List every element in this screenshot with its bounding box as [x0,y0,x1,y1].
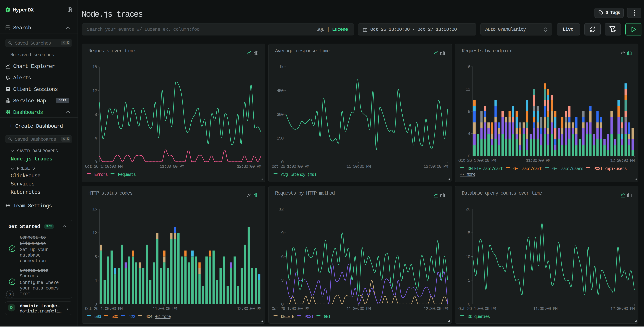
svg-text:Errors: Errors [94,172,108,177]
svg-text:Requests: Requests [118,172,136,177]
svg-text:12:30:00 PM: 12:30:00 PM [610,158,634,163]
svg-text:GET /api/users: GET /api/users [552,166,583,171]
svg-text:12:30:00 PM: 12:30:00 PM [237,164,261,169]
svg-text:12:30:00 PM: 12:30:00 PM [237,306,261,311]
svg-text:404: 404 [146,314,152,319]
svg-text:422: 422 [128,314,135,319]
svg-text:16: 16 [92,64,97,70]
svg-text:11:30:00 PM: 11:30:00 PM [533,306,557,311]
svg-text:GET: GET [324,314,331,319]
svg-text:+7 more: +7 more [460,172,476,177]
svg-text:GET /api/cart: GET /api/cart [513,166,542,171]
svg-text:503: 503 [94,314,101,319]
svg-text:4: 4 [468,132,470,136]
svg-text:DELETE /api/cart: DELETE /api/cart [468,166,503,171]
svg-text:4: 4 [94,136,97,141]
svg-text:8: 8 [94,254,97,260]
svg-text:12: 12 [92,88,97,94]
svg-text:11:00:00 PM: 11:00:00 PM [526,158,550,163]
svg-text:10: 10 [466,254,470,260]
svg-text:1k: 1k [279,64,284,70]
svg-text:9: 9 [281,230,284,236]
svg-text:?: ? [8,292,11,297]
svg-text:6: 6 [281,254,284,260]
svg-text:4: 4 [94,278,97,283]
svg-text:12:30:00 PM: 12:30:00 PM [610,306,634,311]
svg-text:POST: POST [304,314,314,319]
svg-text:Oct 26 1:00:00 PM: Oct 26 1:00:00 PM [85,164,122,169]
svg-text:Oct 26 1:00:00 PM: Oct 26 1:00:00 PM [272,164,309,169]
svg-text:POST /api/users: POST /api/users [594,166,626,171]
svg-text:450: 450 [277,88,284,94]
svg-text:DELETE: DELETE [281,314,294,319]
svg-text:Avg latency (ms): Avg latency (ms) [281,172,316,177]
svg-text:Oct 26 1:00:00 PM: Oct 26 1:00:00 PM [272,306,309,311]
svg-text:8: 8 [94,112,97,117]
svg-text:500: 500 [111,314,118,319]
svg-text:5: 5 [468,278,470,283]
svg-text:150: 150 [277,136,284,141]
svg-text:20: 20 [466,207,470,212]
svg-text:300: 300 [277,112,284,117]
svg-text:3: 3 [281,278,284,283]
svg-text:12: 12 [466,87,470,92]
svg-text:12:30:00 PM: 12:30:00 PM [424,306,448,311]
svg-text:Oct 26 1:00:00 PM: Oct 26 1:00:00 PM [458,306,496,311]
svg-text:Db queries: Db queries [468,314,490,319]
svg-text:11:30:00 PM: 11:30:00 PM [346,306,371,311]
svg-text:12: 12 [279,207,284,212]
svg-text:Oct 26 1:00:00 PM: Oct 26 1:00:00 PM [458,158,496,163]
svg-text:11:30:00 PM: 11:30:00 PM [160,164,184,169]
svg-text:Oct 26 1:00:00 PM: Oct 26 1:00:00 PM [85,306,122,311]
svg-text:12: 12 [92,230,97,236]
svg-text:15: 15 [466,230,470,236]
svg-text:11:30:00 PM: 11:30:00 PM [346,164,371,169]
svg-text:+2 more: +2 more [155,314,171,319]
svg-text:16: 16 [466,64,470,70]
svg-text:11:00:00 PM: 11:00:00 PM [152,306,177,311]
svg-text:8: 8 [468,109,470,114]
svg-text:16: 16 [92,207,97,212]
svg-text:12:30:00 PM: 12:30:00 PM [424,164,448,169]
